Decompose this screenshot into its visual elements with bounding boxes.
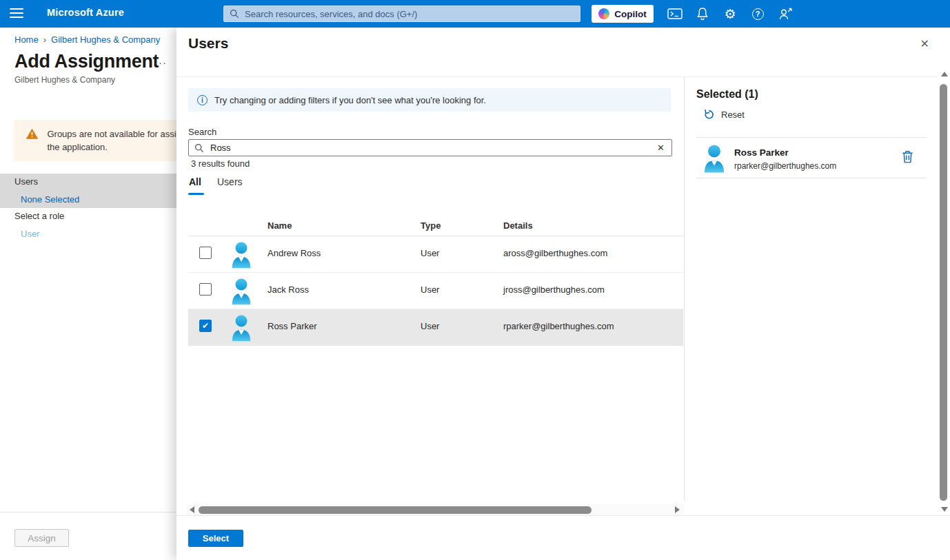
brand-title: Microsoft Azure	[47, 7, 124, 18]
breadcrumb-separator: ›	[43, 34, 46, 45]
delete-selected-button[interactable]	[902, 150, 913, 166]
search-icon	[194, 143, 204, 153]
flyout-header-divider	[176, 76, 938, 77]
copilot-icon	[598, 8, 609, 19]
table-row[interactable]: Ross Parker User rparker@gilberthughes.c…	[188, 309, 683, 346]
search-icon	[230, 9, 239, 19]
active-tab-underline	[188, 193, 204, 195]
reset-icon	[703, 109, 715, 120]
row-type: User	[421, 284, 439, 295]
breadcrumb-home-link[interactable]: Home	[14, 34, 39, 45]
column-header-details: Details	[503, 220, 533, 231]
selected-item-name: Ross Parker	[734, 147, 789, 158]
clear-search-icon[interactable]: ✕	[656, 143, 666, 153]
scroll-up-arrow[interactable]	[941, 72, 948, 76]
selected-divider	[696, 178, 927, 178]
users-section-label: Users	[14, 176, 38, 187]
row-details: aross@gilberthughes.com	[503, 248, 607, 258]
user-search-box[interactable]: ✕	[188, 139, 672, 156]
row-type: User	[421, 321, 439, 331]
breadcrumb-app-link[interactable]: Gilbert Hughes & Company	[51, 34, 160, 45]
assign-button[interactable]: Assign	[14, 529, 69, 547]
row-checkbox[interactable]	[199, 320, 212, 332]
selected-count-title: Selected (1)	[696, 88, 758, 101]
user-search-input[interactable]	[210, 143, 656, 153]
table-row[interactable]: Andrew Ross User aross@gilberthughes.com	[188, 236, 683, 273]
help-icon[interactable]: ?	[749, 6, 767, 22]
row-name: Ross Parker	[267, 321, 317, 331]
selected-divider	[696, 137, 927, 138]
notifications-bell-icon[interactable]	[694, 6, 711, 22]
close-icon[interactable]: ✕	[920, 37, 929, 50]
row-name: Andrew Ross	[267, 248, 321, 258]
warning-text: Groups are not available for assignm the…	[47, 127, 193, 154]
copilot-button[interactable]: Copilot	[592, 5, 654, 23]
tab-users[interactable]: Users	[217, 176, 243, 187]
flyout-title: Users	[188, 35, 228, 52]
horizontal-scrollbar-thumb[interactable]	[199, 506, 592, 514]
scroll-down-arrow[interactable]	[941, 507, 948, 512]
flyout-footer-divider	[176, 515, 950, 516]
scroll-right-arrow[interactable]	[675, 506, 680, 513]
global-search-input[interactable]	[245, 9, 574, 19]
page-title: Add Assignment	[14, 51, 159, 72]
search-label: Search	[188, 127, 216, 137]
hamburger-menu-icon[interactable]	[10, 8, 23, 19]
trash-icon	[902, 150, 913, 163]
row-checkbox[interactable]	[199, 283, 212, 295]
users-none-selected-link[interactable]: None Selected	[21, 194, 79, 205]
account-icon[interactable]	[776, 6, 794, 22]
column-header-type: Type	[421, 220, 441, 231]
info-icon: i	[197, 95, 208, 105]
table-row[interactable]: Jack Ross User jross@gilberthughes.com	[188, 273, 683, 309]
row-checkbox[interactable]	[199, 247, 212, 259]
settings-gear-icon[interactable]: ⚙	[721, 6, 739, 22]
info-banner-text: Try changing or adding filters if you do…	[214, 95, 486, 105]
column-header-name: Name	[267, 220, 292, 231]
global-search[interactable]	[223, 6, 580, 22]
page-footer-divider	[0, 512, 175, 512]
breadcrumb: Home›Gilbert Hughes & Company	[14, 34, 160, 45]
select-role-label: Select a role	[14, 211, 64, 221]
tab-all[interactable]: All	[189, 176, 201, 187]
row-details: rparker@gilberthughes.com	[503, 321, 614, 331]
panel-vertical-divider	[684, 77, 685, 501]
reset-button[interactable]: Reset	[703, 109, 745, 120]
row-type: User	[421, 248, 439, 258]
row-name: Jack Ross	[267, 284, 309, 295]
role-user-link[interactable]: User	[21, 229, 39, 239]
user-avatar-icon	[230, 313, 253, 342]
page-subtitle: Gilbert Hughes & Company	[14, 75, 115, 85]
users-flyout-panel: Users ✕ i Try changing or adding filters…	[176, 28, 950, 560]
selected-item-email: rparker@gilberthughes.com	[734, 161, 836, 171]
azure-topbar: Microsoft Azure Copilot ⚙ ?	[0, 0, 950, 28]
vertical-scrollbar-thumb[interactable]	[940, 84, 947, 501]
cloud-shell-icon[interactable]	[666, 6, 684, 22]
user-avatar-icon	[702, 143, 727, 173]
select-button[interactable]: Select	[188, 530, 243, 547]
context-menu-button[interactable]: ···	[154, 56, 167, 68]
warning-icon	[26, 129, 38, 139]
scroll-left-arrow[interactable]	[190, 506, 194, 513]
results-count: 3 results found	[191, 158, 250, 169]
row-details: jross@gilberthughes.com	[503, 284, 605, 295]
info-banner: i Try changing or adding filters if you …	[188, 88, 671, 112]
user-avatar-icon	[230, 240, 253, 269]
user-avatar-icon	[230, 277, 253, 305]
